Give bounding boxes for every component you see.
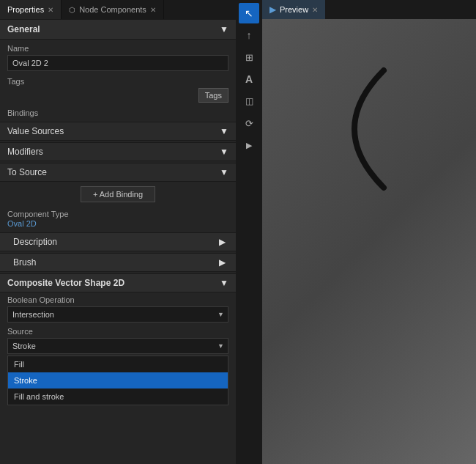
- boolean-operation-label: Boolean Operation: [7, 295, 228, 304]
- tab-properties-label: Properties: [7, 5, 44, 14]
- tab-properties-close[interactable]: ✕: [48, 6, 53, 14]
- modifiers-row[interactable]: Modifiers ▼: [0, 142, 236, 161]
- general-section-label: General: [7, 24, 40, 34]
- to-source-row[interactable]: To Source ▼: [0, 163, 236, 182]
- arrow-tool-icon: ↑: [247, 29, 252, 41]
- stroke-list-item[interactable]: Stroke: [8, 372, 228, 388]
- preview-tab-close[interactable]: ✕: [312, 6, 318, 14]
- add-binding-section: + Add Binding: [0, 182, 236, 207]
- camera-tool-icon: ▶: [246, 141, 252, 150]
- modifiers-label: Modifiers: [7, 147, 43, 157]
- tab-properties[interactable]: Properties ✕: [0, 0, 62, 19]
- value-sources-label: Value Sources: [7, 126, 64, 136]
- layers-tool-icon: ◫: [245, 96, 253, 106]
- text-tool-icon: A: [245, 73, 253, 85]
- preview-tab-label: Preview: [280, 5, 308, 14]
- fill-and-stroke-list-item[interactable]: Fill and stroke: [8, 388, 228, 405]
- source-dropdown-list: Fill Stroke Fill and stroke: [7, 356, 228, 405]
- share-tool-button[interactable]: ⟳: [239, 113, 259, 133]
- source-select-wrapper: Stroke Fill Fill and stroke: [7, 338, 228, 354]
- arc-shape: [325, 56, 413, 202]
- description-chevron-icon: ▶: [219, 237, 226, 247]
- description-header[interactable]: Description ▶: [0, 232, 236, 251]
- value-sources-chevron-icon: ▼: [220, 126, 228, 136]
- boolean-operation-select-wrapper: Intersection Union Difference: [7, 306, 228, 323]
- description-label: Description: [13, 237, 57, 247]
- source-section: Source Stroke Fill Fill and stroke: [0, 324, 236, 356]
- tab-node-components-label: Node Components: [79, 5, 146, 14]
- preview-tab[interactable]: ▶ Preview ✕: [262, 0, 325, 19]
- name-input-row: [7, 55, 228, 71]
- bindings-section: Bindings: [0, 106, 236, 122]
- source-select[interactable]: Stroke Fill Fill and stroke: [7, 338, 228, 354]
- composite-vector-chevron-icon: ▼: [220, 278, 228, 288]
- general-section-header[interactable]: General ▼: [0, 19, 236, 40]
- cursor-tool-button[interactable]: ↖: [239, 3, 259, 23]
- arrow-tool-button[interactable]: ↑: [239, 25, 259, 45]
- preview-tab-bar: ▶ Preview ✕: [262, 0, 476, 19]
- bindings-label: Bindings: [7, 108, 228, 117]
- grid-tool-button[interactable]: ⊞: [239, 47, 259, 67]
- left-panel: Properties ✕ ⬡ Node Components ✕ General…: [0, 0, 236, 464]
- cursor-tool-icon: ↖: [245, 7, 253, 19]
- component-type-section: Component Type Oval 2D: [0, 207, 236, 232]
- text-tool-button[interactable]: A: [239, 69, 259, 89]
- composite-vector-label: Composite Vector Shape 2D: [7, 278, 124, 288]
- composite-vector-header[interactable]: Composite Vector Shape 2D ▼: [0, 273, 236, 292]
- to-source-label: To Source: [7, 167, 47, 177]
- preview-canvas: [262, 19, 476, 464]
- modifiers-chevron-icon: ▼: [220, 147, 228, 157]
- source-label: Source: [7, 327, 228, 336]
- brush-label: Brush: [13, 257, 36, 268]
- layers-tool-button[interactable]: ◫: [239, 91, 259, 111]
- tab-node-components-close[interactable]: ✕: [150, 6, 156, 14]
- component-type-label: Component Type: [7, 210, 228, 218]
- tags-section: Tags Tags: [0, 74, 236, 106]
- boolean-operation-select[interactable]: Intersection Union Difference: [7, 306, 228, 323]
- brush-header[interactable]: Brush ▶: [0, 253, 236, 272]
- tags-input-row: Tags: [7, 88, 228, 103]
- preview-tab-icon: ▶: [269, 4, 276, 15]
- tags-button[interactable]: Tags: [198, 88, 228, 103]
- grid-tool-icon: ⊞: [245, 52, 253, 63]
- fill-list-item[interactable]: Fill: [8, 356, 228, 372]
- general-chevron-icon: ▼: [220, 24, 228, 34]
- toolbar: ↖ ↑ ⊞ A ◫ ⟳ ▶: [236, 0, 262, 464]
- preview-area: ▶ Preview ✕: [262, 0, 476, 464]
- component-type-value: Oval 2D: [7, 218, 228, 231]
- camera-tool-button[interactable]: ▶: [239, 135, 259, 155]
- name-label: Name: [7, 44, 228, 53]
- to-source-chevron-icon: ▼: [220, 167, 228, 177]
- value-sources-row[interactable]: Value Sources ▼: [0, 122, 236, 141]
- name-input[interactable]: [7, 55, 228, 71]
- brush-chevron-icon: ▶: [219, 257, 226, 268]
- name-section: Name: [0, 40, 236, 74]
- tab-node-components[interactable]: ⬡ Node Components ✕: [62, 0, 164, 19]
- share-tool-icon: ⟳: [245, 118, 253, 129]
- boolean-operation-section: Boolean Operation Intersection Union Dif…: [0, 292, 236, 324]
- tab-bar: Properties ✕ ⬡ Node Components ✕: [0, 0, 236, 19]
- panel-content: General ▼ Name Tags Tags Bindings Value …: [0, 19, 236, 464]
- tab-node-components-icon: ⬡: [69, 6, 75, 14]
- tags-label: Tags: [7, 77, 228, 86]
- add-binding-button[interactable]: + Add Binding: [81, 186, 155, 202]
